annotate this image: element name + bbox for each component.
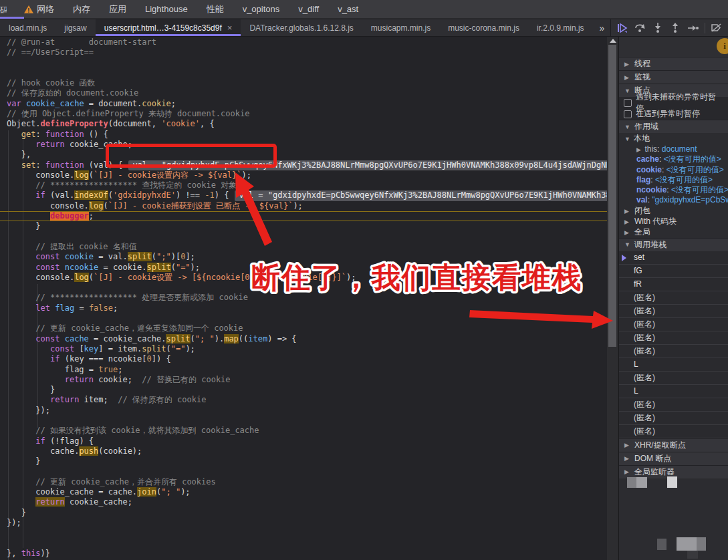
variable-value: <没有可用的值> <box>664 154 721 164</box>
more-tabs-icon[interactable]: » <box>593 19 613 36</box>
callstack-frame[interactable]: (匿名) <box>619 345 728 358</box>
step-icon[interactable] <box>685 21 700 35</box>
chevron-right-icon: ▶ <box>624 229 630 236</box>
code-line <box>0 416 607 426</box>
code-line <box>0 68 607 78</box>
code-line: if (key === ncookie[0]) { <box>0 354 607 364</box>
panel-tab-性能[interactable]: 性能 <box>197 0 233 19</box>
panel-tab-网络[interactable]: 网络 <box>15 0 64 19</box>
step-out-icon[interactable] <box>668 21 683 35</box>
scope-local[interactable]: ▼ 本地 <box>619 133 728 144</box>
chevron-down-icon: ▼ <box>624 136 630 142</box>
callstack-frame[interactable]: (匿名) <box>619 398 728 412</box>
callstack-frame[interactable]: (匿名) <box>619 425 728 438</box>
scroll-up-icon[interactable] <box>610 39 616 43</box>
checkbox[interactable] <box>624 110 632 118</box>
file-tab[interactable]: DATracker.globals.1.6.12.8.js <box>241 19 362 36</box>
panel-tab-label: 性能 <box>207 3 224 15</box>
current-frame-icon <box>622 255 626 261</box>
file-tab[interactable]: userscript.html…3-4159c8c35d9f× <box>96 19 241 36</box>
file-tab[interactable]: jigsaw <box>55 19 95 36</box>
variable-value: <没有可用的值> <box>655 175 713 184</box>
file-tab[interactable]: music-corona.min.js <box>439 19 528 36</box>
code-line: console.log(`[J] - cookie设置 -> [${ncooki… <box>0 273 607 283</box>
callstack-frame[interactable]: L <box>619 358 728 372</box>
panel-tab-label: v_ast <box>338 4 358 14</box>
redacted-block <box>667 476 677 488</box>
scope-variable[interactable]: ▶ this: document <box>619 144 728 154</box>
code-line: // 更新 cookie_cache，并合并所有 cookies <box>0 477 607 487</box>
frame-name: (匿名) <box>626 345 655 357</box>
section-callstack[interactable]: ▼ 调用堆栈 <box>619 238 728 251</box>
editor-scrollbar[interactable] <box>607 37 618 560</box>
code-line: // 使用 Object.defineProperty 来劫持 document… <box>0 109 607 119</box>
callstack-frame[interactable]: fG <box>619 265 728 278</box>
redacted-block <box>677 537 697 551</box>
source-editor: // @run-at document-start// ==/UserScrip… <box>0 37 607 560</box>
callstack-frame[interactable]: (匿名) <box>619 372 728 385</box>
code-line <box>0 313 607 323</box>
variable-name: cache <box>636 154 659 164</box>
panel-tab-v_diff[interactable]: v_diff <box>289 0 328 19</box>
scope-variable[interactable]: flag: <没有可用的值> <box>619 175 728 185</box>
callstack-frame[interactable]: (匿名) <box>619 331 728 345</box>
close-icon[interactable]: × <box>227 23 233 33</box>
scope-group-全局[interactable]: ▶全局 <box>619 227 728 238</box>
scope-group-闭包[interactable]: ▶闭包 <box>619 206 728 217</box>
file-tab-label: jigsaw <box>64 23 86 33</box>
code-line: flag = true; <box>0 365 607 375</box>
panel-tab-label: 网络 <box>37 3 54 15</box>
frame-name: (匿名) <box>626 319 655 330</box>
code-line: }, this)} <box>0 549 607 559</box>
file-tab[interactable]: ir.2.0.9.min.js <box>528 19 593 36</box>
callstack-frame[interactable]: (匿名) <box>619 305 728 318</box>
file-tab[interactable]: load.min.js <box>0 19 55 36</box>
section-dom-breakpoints[interactable]: ▶ DOM 断点 <box>619 452 728 465</box>
breakpoint-option-label: 在遇到异常时暂停 <box>636 108 700 120</box>
chevron-down-icon: ▼ <box>624 241 630 248</box>
scope-variable[interactable]: cookie: <没有可用的值> <box>619 165 728 175</box>
tab-sources-cutoff[interactable]: 码 <box>0 0 11 19</box>
step-into-icon[interactable] <box>650 21 665 35</box>
scope-group-label: 闭包 <box>634 205 650 217</box>
scrollbar-thumb[interactable] <box>608 45 616 347</box>
panel-tab-内存[interactable]: 内存 <box>64 0 100 19</box>
callstack-frame[interactable]: set <box>619 251 728 265</box>
callstack-frame[interactable]: fR <box>619 278 728 291</box>
code-line: }); <box>0 518 607 528</box>
section-xhr-breakpoints[interactable]: ▶ XHR/提取断点 <box>619 438 728 452</box>
scope-variable[interactable]: val: "gdxidpyhxdE=pCbSwwqe <box>619 195 728 205</box>
callstack-frame[interactable]: (匿名) <box>619 412 728 425</box>
redacted-block <box>636 477 647 488</box>
section-scope[interactable]: ▼ 作用域 <box>619 120 728 133</box>
code-line: return cookie_cache; <box>0 140 607 150</box>
code-line: // @run-at document-start <box>0 37 607 47</box>
panel-tab-bar: 码 网络内存应用Lighthouse性能v_opitonsv_diffv_ast <box>0 0 728 19</box>
frame-name: set <box>626 253 644 262</box>
scope-variable[interactable]: ncookie: <没有可用的值> <box>619 185 728 195</box>
callstack-frame[interactable]: (匿名) <box>619 291 728 305</box>
checkbox[interactable] <box>624 99 632 107</box>
deactivate-breakpoints-icon[interactable] <box>709 21 724 35</box>
code-line: return cookie_cache; <box>0 497 607 507</box>
colon: : <box>659 154 664 164</box>
breakpoint-option[interactable]: 遇到未捕获的异常时暂停 <box>619 97 728 108</box>
callstack-frame[interactable]: L <box>619 385 728 398</box>
chevron-right-icon: ▶ <box>636 146 642 153</box>
panel-tab-v_ast[interactable]: v_ast <box>328 0 368 19</box>
step-over-icon[interactable] <box>632 21 647 35</box>
section-threads[interactable]: ▶ 线程 <box>619 57 728 70</box>
file-tab[interactable]: musicapm.min.js <box>362 19 439 36</box>
callstack-frame[interactable]: (匿名) <box>619 318 728 331</box>
info-icon[interactable]: i <box>717 38 728 54</box>
scope-group-With 代码块[interactable]: ▶With 代码块 <box>619 217 728 227</box>
variable-value: <没有可用的值> <box>671 185 728 194</box>
code-line <box>0 58 607 68</box>
panel-tab-应用[interactable]: 应用 <box>100 0 136 19</box>
panel-tab-v_opitons[interactable]: v_opitons <box>233 0 289 19</box>
resume-icon[interactable] <box>615 21 630 35</box>
panel-tab-Lighthouse[interactable]: Lighthouse <box>136 0 197 19</box>
variable-name: flag <box>636 175 650 184</box>
scope-variable[interactable]: cache: <没有可用的值> <box>619 154 728 164</box>
section-watch[interactable]: ▶ 监视 <box>619 70 728 84</box>
